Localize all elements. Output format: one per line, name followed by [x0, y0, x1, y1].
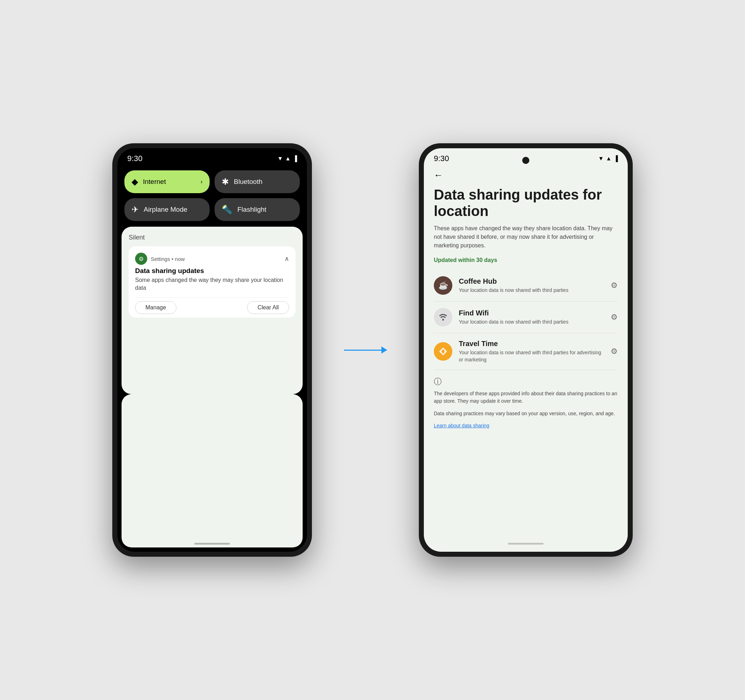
right-status-icons: ▼ ▲ ▐	[598, 156, 618, 162]
manage-button[interactable]: Manage	[135, 301, 177, 314]
travel-time-info: Travel Time Your location data is now sh…	[459, 340, 604, 363]
tile-flashlight[interactable]: 🔦 Flashlight	[215, 198, 300, 221]
internet-chevron: ›	[201, 179, 202, 185]
learn-data-sharing-link[interactable]: Learn about data sharing	[434, 423, 489, 428]
page-title: Data sharing updates for location	[434, 186, 618, 219]
coffee-hub-icon: ☕	[434, 276, 452, 295]
left-phone: 9:30 ▼ ▲ ▐ ◆ Internet › ✱ Bluetooth	[112, 143, 312, 557]
notification-body: Some apps changed the way they may share…	[135, 276, 289, 292]
coffee-hub-info: Coffee Hub Your location data is now sha…	[459, 277, 604, 294]
info-circle-icon: ⓘ	[434, 376, 618, 387]
tile-internet[interactable]: ◆ Internet ›	[124, 171, 209, 193]
right-status-time: 9:30	[434, 154, 449, 163]
left-status-icons: ▼ ▲ ▐	[277, 156, 297, 162]
back-button[interactable]: ←	[434, 170, 443, 181]
list-item-find-wifi: Find Wifi Your location data is now shar…	[434, 302, 618, 333]
notification-app-icon: ⚙	[135, 253, 147, 265]
left-screen: 9:30 ▼ ▲ ▐ ◆ Internet › ✱ Bluetooth	[117, 148, 307, 552]
svg-point-0	[442, 319, 444, 321]
updated-label: Updated within 30 days	[434, 257, 618, 263]
travel-time-icon	[434, 342, 452, 361]
arrow-container	[340, 350, 390, 351]
right-battery-icon: ▐	[614, 156, 618, 162]
notification-header: ⚙ Settings • now ∧	[135, 253, 289, 265]
tile-airplane[interactable]: ✈ Airplane Mode	[124, 198, 209, 221]
right-screen: 9:30 ▼ ▲ ▐ ← Data sharing updates for lo…	[424, 148, 628, 552]
list-item-travel-time: Travel Time Your location data is now sh…	[434, 333, 618, 370]
list-item-coffee-hub: ☕ Coffee Hub Your location data is now s…	[434, 270, 618, 302]
signal-status-icon: ▲	[285, 156, 291, 162]
find-wifi-name: Find Wifi	[459, 309, 604, 317]
page-subtitle: These apps have changed the way they sha…	[434, 224, 618, 250]
arrow-line	[344, 350, 387, 351]
left-status-bar: 9:30 ▼ ▲ ▐	[117, 148, 307, 166]
left-content: 9:30 ▼ ▲ ▐ ◆ Internet › ✱ Bluetooth	[117, 148, 307, 552]
travel-time-desc: Your location data is now shared with th…	[459, 349, 604, 363]
bottom-filler	[121, 394, 303, 547]
notification-section-label: Silent	[129, 234, 296, 241]
tile-bluetooth[interactable]: ✱ Bluetooth	[215, 171, 300, 193]
coffee-hub-name: Coffee Hub	[459, 277, 604, 286]
left-status-time: 9:30	[127, 154, 142, 163]
right-phone: 9:30 ▼ ▲ ▐ ← Data sharing updates for lo…	[419, 143, 633, 557]
internet-tile-label: Internet	[143, 178, 166, 186]
find-wifi-desc: Your location data is now shared with th…	[459, 319, 604, 326]
travel-time-name: Travel Time	[459, 340, 604, 348]
airplane-tile-label: Airplane Mode	[144, 206, 187, 214]
travel-time-settings-icon[interactable]: ⚙	[610, 347, 618, 356]
flashlight-tile-icon: 🔦	[222, 205, 232, 215]
info-text-2: Data sharing practices may vary based on…	[434, 410, 618, 417]
internet-tile-icon: ◆	[132, 177, 138, 187]
bluetooth-tile-icon: ✱	[222, 177, 229, 187]
find-wifi-settings-icon[interactable]: ⚙	[610, 313, 618, 322]
quick-tiles-grid: ◆ Internet › ✱ Bluetooth ✈ Airplane Mode…	[117, 166, 307, 227]
right-signal-icon: ▲	[606, 156, 612, 162]
notification-title: Data sharing updates	[135, 267, 289, 275]
coffee-hub-settings-icon[interactable]: ⚙	[610, 281, 618, 290]
find-wifi-icon	[434, 308, 452, 326]
info-section: ⓘ The developers of these apps provided …	[434, 370, 618, 432]
right-wifi-icon: ▼	[598, 156, 604, 162]
notification-expand-button[interactable]: ∧	[284, 255, 289, 263]
info-text-1: The developers of these apps provided in…	[434, 390, 618, 405]
notification-app-name: Settings • now	[151, 256, 185, 262]
notification-meta: ⚙ Settings • now	[135, 253, 185, 265]
notification-card: ⚙ Settings • now ∧ Data sharing updates …	[129, 246, 296, 317]
airplane-tile-icon: ✈	[132, 205, 139, 215]
right-content: ← Data sharing updates for location Thes…	[424, 166, 628, 552]
notification-area: Silent ⚙ Settings • now ∧ Data sharing u…	[121, 227, 303, 394]
find-wifi-info: Find Wifi Your location data is now shar…	[459, 309, 604, 326]
battery-status-icon: ▐	[293, 156, 297, 162]
right-home-indicator	[508, 543, 544, 544]
bluetooth-tile-label: Bluetooth	[234, 178, 262, 186]
clear-all-button[interactable]: Clear All	[247, 301, 289, 314]
wifi-status-icon: ▼	[277, 156, 283, 162]
camera-notch	[522, 157, 530, 164]
flashlight-tile-label: Flashlight	[237, 206, 266, 214]
left-home-indicator	[194, 543, 230, 544]
coffee-hub-desc: Your location data is now shared with th…	[459, 287, 604, 294]
notification-actions: Manage Clear All	[135, 297, 289, 314]
